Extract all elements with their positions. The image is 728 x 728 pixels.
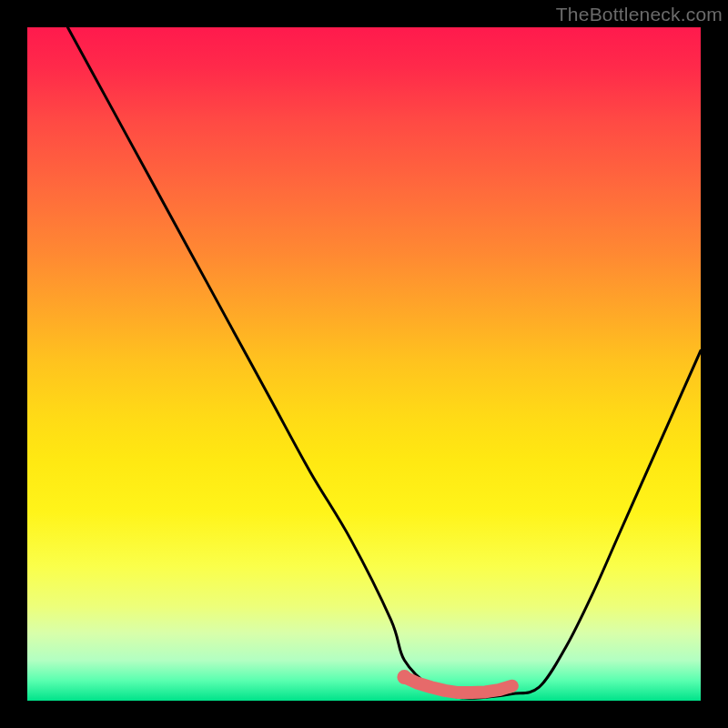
highlight-start-dot xyxy=(397,670,411,684)
chart-frame: TheBottleneck.com xyxy=(0,0,728,728)
plot-area xyxy=(27,27,701,701)
watermark-label: TheBottleneck.com xyxy=(556,4,723,25)
highlighted-range-markers xyxy=(404,677,511,693)
curve-layer xyxy=(27,27,701,701)
bottleneck-curve xyxy=(67,27,701,698)
